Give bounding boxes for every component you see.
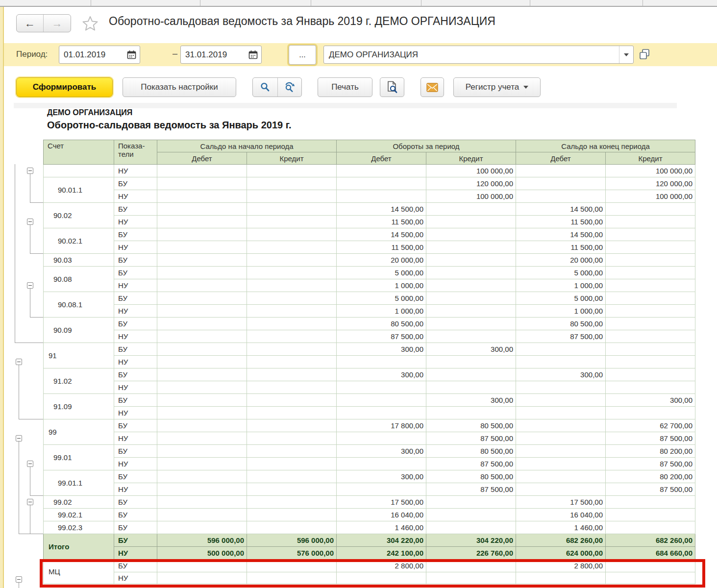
indicator-cell[interactable]: БУ — [114, 177, 157, 190]
generate-button[interactable]: Сформировать — [16, 77, 113, 97]
value-cell[interactable] — [606, 305, 695, 318]
value-cell[interactable] — [157, 343, 247, 356]
tree-expander[interactable] — [27, 219, 33, 225]
forward-button[interactable]: → — [44, 15, 71, 32]
organization-value[interactable]: ДЕМО ОРГАНИЗАЦИЯ — [324, 50, 619, 60]
value-cell[interactable] — [516, 458, 606, 470]
value-cell[interactable] — [516, 407, 606, 419]
value-cell[interactable]: 100 000,00 — [606, 190, 695, 203]
value-cell[interactable] — [247, 381, 337, 394]
account-cell[interactable]: 90.08 — [44, 267, 114, 292]
indicator-cell[interactable]: БУ — [114, 267, 157, 279]
value-cell[interactable] — [157, 318, 247, 330]
value-cell[interactable]: 304 220,00 — [337, 534, 426, 547]
value-cell[interactable] — [247, 458, 337, 470]
value-cell[interactable]: 80 500,00 — [426, 470, 516, 483]
value-cell[interactable]: 80 500,00 — [426, 445, 516, 458]
value-cell[interactable] — [516, 419, 606, 432]
value-cell[interactable]: 87 500,00 — [516, 330, 606, 343]
indicator-cell[interactable]: НУ — [114, 432, 157, 445]
value-cell[interactable] — [247, 509, 337, 521]
value-cell[interactable]: 80 200,00 — [606, 470, 695, 483]
value-cell[interactable] — [157, 419, 247, 432]
account-cell[interactable]: 90.02 — [44, 203, 114, 228]
value-cell[interactable] — [606, 407, 695, 419]
value-cell[interactable] — [157, 445, 247, 458]
value-cell[interactable] — [247, 279, 337, 292]
indicator-cell[interactable]: БУ — [114, 560, 157, 572]
organization-choose-icon[interactable] — [638, 48, 651, 61]
value-cell[interactable]: 87 500,00 — [337, 330, 426, 343]
indicator-cell[interactable]: БУ — [114, 318, 157, 330]
value-cell[interactable] — [247, 572, 337, 584]
value-cell[interactable] — [426, 305, 516, 318]
value-cell[interactable] — [247, 241, 337, 254]
mail-button[interactable] — [420, 77, 444, 97]
value-cell[interactable]: 500 000,00 — [157, 547, 247, 560]
value-cell[interactable] — [516, 394, 606, 407]
value-cell[interactable] — [247, 432, 337, 445]
value-cell[interactable] — [516, 445, 606, 458]
account-cell[interactable]: 91.02 — [44, 368, 114, 394]
account-cell[interactable]: 90.01.1 — [44, 177, 114, 203]
value-cell[interactable]: 120 000,00 — [606, 177, 695, 190]
value-cell[interactable] — [337, 407, 426, 419]
value-cell[interactable] — [247, 292, 337, 305]
value-cell[interactable] — [337, 483, 426, 496]
indicator-cell[interactable]: НУ — [114, 279, 157, 292]
value-cell[interactable] — [606, 368, 695, 381]
value-cell[interactable] — [606, 292, 695, 305]
value-cell[interactable] — [247, 483, 337, 496]
account-cell[interactable]: 90.03 — [44, 254, 114, 267]
account-cell[interactable]: 90.08.1 — [44, 292, 114, 318]
value-cell[interactable] — [606, 228, 695, 241]
value-cell[interactable] — [337, 394, 426, 407]
value-cell[interactable] — [606, 560, 695, 572]
value-cell[interactable] — [606, 241, 695, 254]
value-cell[interactable]: 100 000,00 — [426, 165, 516, 177]
value-cell[interactable] — [247, 305, 337, 318]
value-cell[interactable] — [157, 216, 247, 228]
print-preview-button[interactable] — [380, 77, 404, 97]
value-cell[interactable] — [157, 496, 247, 509]
value-cell[interactable] — [337, 356, 426, 368]
value-cell[interactable] — [247, 228, 337, 241]
value-cell[interactable] — [247, 521, 337, 534]
indicator-cell[interactable]: БУ — [114, 292, 157, 305]
value-cell[interactable]: 100 000,00 — [606, 165, 695, 177]
indicator-cell[interactable]: БУ — [114, 521, 157, 534]
value-cell[interactable] — [247, 216, 337, 228]
value-cell[interactable]: 11 500,00 — [337, 241, 426, 254]
value-cell[interactable]: 87 500,00 — [606, 483, 695, 496]
value-cell[interactable] — [606, 356, 695, 368]
value-cell[interactable]: 80 500,00 — [337, 318, 426, 330]
value-cell[interactable]: 16 040,00 — [337, 509, 426, 521]
value-cell[interactable]: 14 500,00 — [337, 228, 426, 241]
value-cell[interactable]: 80 500,00 — [426, 419, 516, 432]
value-cell[interactable]: 226 760,00 — [426, 547, 516, 560]
value-cell[interactable]: 300,00 — [337, 470, 426, 483]
value-cell[interactable]: 624 000,00 — [516, 547, 606, 560]
value-cell[interactable] — [157, 267, 247, 279]
value-cell[interactable]: 17 800,00 — [337, 419, 426, 432]
value-cell[interactable] — [157, 330, 247, 343]
value-cell[interactable]: 1 000,00 — [516, 279, 606, 292]
value-cell[interactable]: 11 500,00 — [337, 216, 426, 228]
value-cell[interactable] — [606, 216, 695, 228]
account-cell[interactable]: 90.09 — [44, 318, 114, 343]
value-cell[interactable]: 80 500,00 — [516, 318, 606, 330]
back-button[interactable]: ← — [17, 15, 44, 32]
value-cell[interactable] — [426, 228, 516, 241]
value-cell[interactable] — [606, 572, 695, 584]
value-cell[interactable] — [516, 177, 606, 190]
value-cell[interactable] — [247, 419, 337, 432]
print-button[interactable]: Печать — [318, 77, 372, 97]
value-cell[interactable]: 100 000,00 — [426, 190, 516, 203]
tree-expander[interactable] — [16, 576, 22, 583]
tree-expander[interactable] — [16, 435, 22, 441]
value-cell[interactable] — [426, 254, 516, 267]
tree-expander[interactable] — [27, 282, 33, 289]
value-cell[interactable] — [516, 572, 606, 584]
account-cell[interactable]: 99.01.1 — [44, 470, 114, 496]
organization-dropdown-button[interactable] — [619, 46, 633, 63]
